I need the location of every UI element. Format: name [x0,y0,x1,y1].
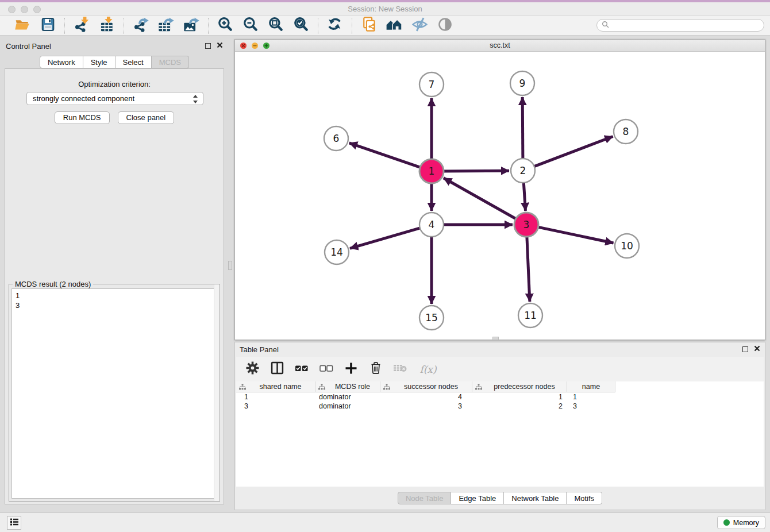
network-close-icon[interactable] [240,43,247,49]
column-browser-button[interactable] [270,363,284,376]
export-table-icon [158,17,175,34]
export-image-button[interactable] [183,18,200,34]
table-tab-motifs[interactable]: Motifs [567,492,602,504]
graph-node-4[interactable]: 4 [419,213,444,237]
minimize-window-button[interactable] [21,6,28,13]
tab-style[interactable]: Style [83,56,116,68]
search-input[interactable] [611,20,764,30]
graph-node-8[interactable]: 8 [614,119,638,144]
zoom-in-button[interactable] [217,18,234,34]
close-panel-button[interactable]: Close panel [118,111,175,124]
float-table-panel-icon[interactable] [742,346,748,352]
graph-edge-4-14[interactable] [350,228,421,248]
network-title: scc.txt [235,40,765,51]
graph-edge-3-10[interactable] [537,227,614,243]
tab-select[interactable]: Select [116,56,152,68]
duplicate-network-button[interactable] [360,18,378,34]
column-settings-button[interactable] [245,363,259,376]
table-cell[interactable]: 4 [380,393,472,401]
criterion-dropdown[interactable]: strongly connected component [26,92,203,105]
table-cell[interactable]: 3 [567,402,615,410]
graph-edge-1-6[interactable] [349,143,421,168]
graph-edge-3-11[interactable] [527,236,530,302]
import-table-button[interactable] [98,18,116,34]
graph-node-3[interactable]: 3 [514,213,538,237]
panel-splitter-handle[interactable] [228,261,232,270]
table-cell[interactable]: 1 [472,393,567,401]
save-session-button[interactable] [39,18,56,34]
select-all-checks-icon [295,362,309,377]
table-toolbar: f(x) [236,357,764,381]
show-graphics-details-button[interactable] [436,18,453,34]
memory-status-icon [723,519,730,526]
open-file-button[interactable] [14,18,31,34]
graph-node-2[interactable]: 2 [511,159,535,183]
network-window-titlebar[interactable]: scc.txt [235,40,765,52]
close-panel-icon[interactable] [217,41,223,50]
graph-node-14[interactable]: 14 [325,240,349,264]
column-header-successor-nodes[interactable]: successor nodes [380,381,472,392]
import-network-button[interactable] [73,18,90,34]
zoom-fit-button[interactable] [267,18,284,34]
table-tab-node-table[interactable]: Node Table [398,492,452,504]
mcds-result-textarea[interactable]: 1 3 [11,288,217,499]
add-row-button[interactable] [344,363,358,376]
zoom-selected-button[interactable] [292,18,310,34]
memory-label: Memory [733,519,759,527]
delete-row-button[interactable] [369,363,383,376]
table-cell[interactable]: dominator [315,402,380,410]
network-maximize-icon[interactable] [263,43,270,49]
network-resize-grip[interactable] [492,337,499,340]
graph-node-6[interactable]: 6 [324,126,348,151]
graph-node-11[interactable]: 11 [518,303,542,327]
close-table-panel-icon[interactable] [754,345,760,353]
export-table-button[interactable] [157,18,175,34]
table-row[interactable]: 1dominator411 [236,392,764,402]
table-tab-network-table[interactable]: Network Table [504,492,567,504]
column-header-shared-name[interactable]: shared name [236,381,315,392]
graph-edge-2-3[interactable] [523,182,525,211]
graph-node-10[interactable]: 10 [615,234,639,258]
refresh-layout-button[interactable] [326,18,344,34]
table-cell[interactable]: 1 [236,393,315,401]
hide-graphics-details-button[interactable] [411,18,428,34]
table-tab-edge-table[interactable]: Edge Table [451,492,504,504]
apply-layout-button[interactable] [386,18,403,34]
table-cell[interactable]: dominator [315,393,380,401]
float-panel-icon[interactable] [205,43,211,49]
table-cell[interactable]: 2 [472,402,567,410]
task-history-button[interactable] [7,516,21,530]
column-header-name[interactable]: name [567,381,615,392]
svg-text:10: 10 [621,240,633,252]
graph-edge-2-8[interactable] [533,137,613,167]
tab-network[interactable]: Network [40,56,83,68]
table-cell[interactable]: 3 [236,402,315,410]
column-header-MCDS-role[interactable]: MCDS role [315,381,380,392]
network-graph[interactable]: 1234678910111415 [235,52,765,340]
graph-edge-3-1[interactable] [444,178,517,219]
close-window-button[interactable] [8,6,16,13]
graph-node-9[interactable]: 9 [510,71,534,95]
run-mcds-button[interactable]: Run MCDS [55,111,110,124]
graph-node-7[interactable]: 7 [419,72,444,97]
column-header-predecessor-nodes[interactable]: predecessor nodes [472,381,567,392]
network-canvas[interactable]: 1234678910111415 [235,52,765,340]
graph-node-15[interactable]: 15 [419,306,444,330]
network-minimize-icon[interactable] [252,43,258,49]
table-row[interactable]: 3dominator323 [236,402,764,411]
zoom-window-button[interactable] [33,6,41,13]
clear-all-checks-button[interactable] [319,363,333,376]
search-box[interactable] [596,19,764,32]
criterion-value: strongly connected component [33,94,134,103]
mcds-result-scrollbar[interactable] [214,284,220,501]
memory-button[interactable]: Memory [717,516,765,529]
graph-edge-1-2[interactable] [442,171,509,171]
select-all-checks-button[interactable] [295,363,309,376]
table-cell[interactable]: 1 [567,393,615,401]
tab-mcds[interactable]: MCDS [152,56,189,68]
table-cell[interactable]: 3 [380,402,472,410]
graph-node-1[interactable]: 1 [419,159,444,183]
graph-edge-2-9[interactable] [522,97,523,160]
export-network-button[interactable] [132,18,149,34]
zoom-out-button[interactable] [242,18,259,34]
